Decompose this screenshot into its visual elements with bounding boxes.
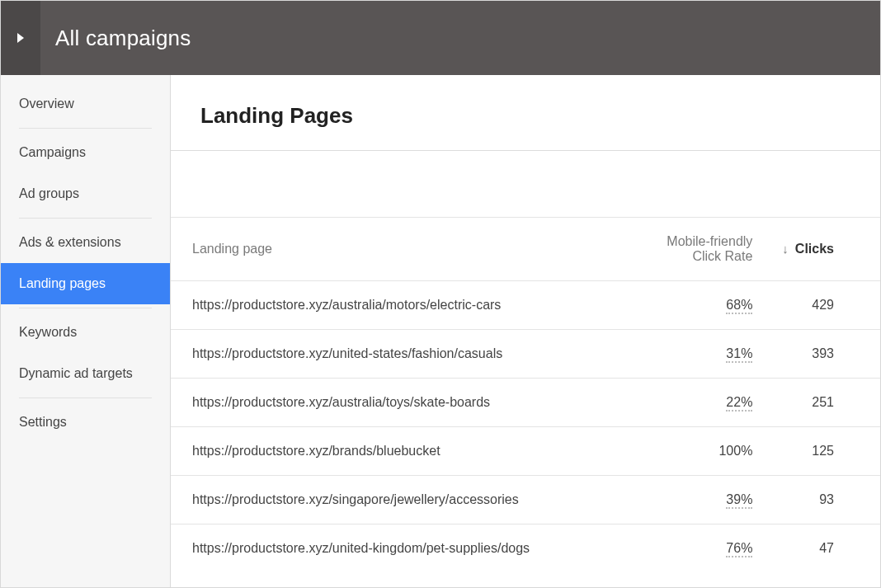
cell-clicks: 47 (767, 524, 880, 573)
sidebar-item-campaigns[interactable]: Campaigns (1, 132, 170, 173)
table-row[interactable]: https://productstore.xyz/singapore/jewel… (171, 476, 880, 524)
table-row[interactable]: https://productstore.xyz/australia/motor… (171, 281, 880, 330)
sidebar-item-landing-pages[interactable]: Landing pages (1, 263, 170, 304)
table-row[interactable]: https://productstore.xyz/brands/bluebuck… (171, 427, 880, 476)
col-header-clicks[interactable]: ↓Clicks (767, 218, 880, 281)
table-header-row: Landing page Mobile-friendly Click Rate … (171, 218, 880, 281)
col-header-rate-line2: Click Rate (692, 249, 752, 263)
cell-rate: 39% (629, 476, 767, 524)
spacer (171, 151, 880, 217)
cell-rate: 22% (629, 379, 767, 427)
cell-url: https://productstore.xyz/brands/bluebuck… (171, 427, 629, 476)
col-header-mobile-rate[interactable]: Mobile-friendly Click Rate (629, 218, 767, 281)
table-row[interactable]: https://productstore.xyz/united-kingdom/… (171, 524, 880, 573)
divider (19, 397, 152, 398)
cell-url: https://productstore.xyz/singapore/jewel… (171, 476, 629, 524)
arrow-down-icon: ↓ (782, 242, 789, 256)
cell-clicks: 429 (767, 281, 880, 330)
sidebar-item-overview[interactable]: Overview (1, 83, 170, 125)
cell-clicks: 125 (767, 427, 880, 476)
col-header-landing-page[interactable]: Landing page (171, 218, 629, 281)
cell-clicks: 93 (767, 476, 880, 524)
cell-url: https://productstore.xyz/australia/toys/… (171, 379, 629, 427)
sidebar-item-ad-groups[interactable]: Ad groups (1, 173, 170, 214)
landing-pages-table: Landing page Mobile-friendly Click Rate … (171, 217, 880, 572)
main-content: Landing Pages Landing page Mobile-friend… (171, 75, 880, 587)
sidebar: Overview Campaigns Ad groups Ads & exten… (1, 75, 171, 587)
expand-nav-button[interactable] (1, 1, 40, 75)
divider (19, 128, 152, 129)
table-row[interactable]: https://productstore.xyz/australia/toys/… (171, 379, 880, 427)
divider (19, 218, 152, 219)
divider (19, 308, 152, 308)
col-header-clicks-label: Clicks (795, 242, 834, 256)
chevron-right-icon (17, 33, 24, 43)
cell-clicks: 251 (767, 379, 880, 427)
cell-url: https://productstore.xyz/united-kingdom/… (171, 524, 629, 573)
sidebar-item-dynamic-ad-targets[interactable]: Dynamic ad targets (1, 353, 170, 394)
cell-url: https://productstore.xyz/australia/motor… (171, 281, 629, 330)
topbar: All campaigns (1, 1, 880, 75)
table-row[interactable]: https://productstore.xyz/united-states/f… (171, 330, 880, 379)
sidebar-item-keywords[interactable]: Keywords (1, 312, 170, 353)
cell-url: https://productstore.xyz/united-states/f… (171, 330, 629, 379)
sidebar-item-ads-extensions[interactable]: Ads & extensions (1, 222, 170, 263)
cell-clicks: 393 (767, 330, 880, 379)
sidebar-item-settings[interactable]: Settings (1, 402, 170, 443)
col-header-rate-line1: Mobile-friendly (667, 234, 752, 248)
cell-rate: 31% (629, 330, 767, 379)
page-title: Landing Pages (171, 75, 880, 150)
cell-rate: 68% (629, 281, 767, 330)
breadcrumb-title: All campaigns (40, 26, 191, 51)
cell-rate: 100% (629, 427, 767, 476)
cell-rate: 76% (629, 524, 767, 573)
